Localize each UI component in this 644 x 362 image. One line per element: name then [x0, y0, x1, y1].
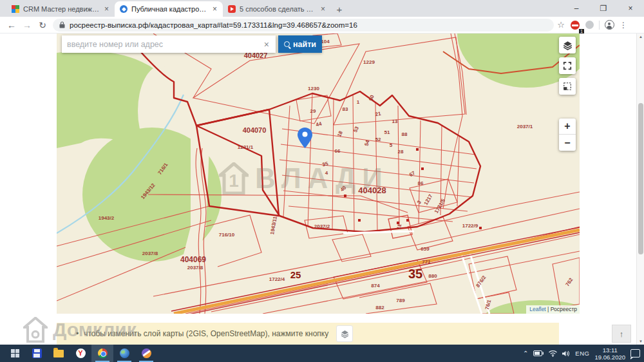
chrome-icon — [98, 348, 108, 358]
search-input[interactable] — [67, 40, 263, 49]
taskbar-chrome[interactable] — [91, 345, 113, 362]
new-tab-button[interactable]: + — [331, 1, 348, 17]
find-button[interactable]: найти — [278, 35, 322, 53]
scroll-up-arrow[interactable]: ▲ — [637, 33, 644, 40]
extension-icon[interactable] — [582, 18, 596, 32]
clock-time: 13:11 — [594, 347, 625, 354]
screen: CRM Мастер недвижимость × Публичная када… — [0, 0, 644, 362]
layers-icon — [563, 41, 573, 50]
folder-icon — [53, 350, 64, 357]
crm-favicon — [12, 5, 19, 13]
tab-title: CRM Мастер недвижимость — [23, 5, 100, 13]
globe-icon — [120, 348, 129, 358]
scrollbar-thumb[interactable] — [638, 103, 643, 254]
wifi-icon[interactable] — [549, 350, 557, 357]
browser-menu-icon[interactable]: ⋮ — [616, 18, 630, 32]
tab-title: Публичная кадастровая карта 2 — [131, 5, 208, 13]
cadastral-search-box: × — [62, 35, 276, 53]
forward-button[interactable]: → — [19, 18, 35, 32]
zoom-out-button[interactable]: − — [559, 135, 576, 151]
language-indicator[interactable]: ENG — [575, 350, 589, 357]
taskbar-planet-app[interactable] — [135, 345, 157, 362]
zoom-in-button[interactable]: + — [559, 119, 576, 135]
search-icon — [284, 41, 290, 47]
zoom-control: + − — [559, 119, 576, 151]
windows-logo-icon — [11, 349, 19, 357]
planet-app-icon — [142, 348, 151, 358]
map-favicon — [120, 5, 128, 13]
address-bar[interactable]: росреестр-выписка.рф/кадастровая_карта#l… — [53, 19, 554, 32]
cadastral-map[interactable]: 1 ВЛАДИ 40402740407040402840406910412291… — [57, 33, 580, 314]
tray-chevron-icon[interactable]: ⌃ — [523, 350, 528, 357]
scroll-to-top-button[interactable]: ↑ — [612, 325, 631, 343]
tab-cadastral-map[interactable]: Публичная кадастровая карта 2 × — [115, 1, 223, 17]
clock-date: 19.06.2020 — [594, 354, 625, 361]
video-favicon — [228, 5, 236, 13]
notice-text: чтобы изменить слой карты (2GIS, OpenStr… — [84, 329, 328, 338]
layers-control[interactable] — [559, 37, 576, 53]
tab-title: 5 способов сделать скриншот — [240, 5, 316, 13]
map-attribution: Leaflet | Росреестр — [526, 305, 580, 314]
clear-search-icon[interactable]: × — [263, 39, 270, 50]
floppy-app-icon — [32, 348, 42, 358]
fullscreen-icon — [563, 61, 572, 70]
start-button[interactable] — [4, 345, 26, 362]
select-area-control[interactable] — [559, 78, 576, 95]
bookmark-star-icon[interactable]: ☆ — [554, 18, 568, 32]
house-watermark-icon — [23, 317, 48, 343]
profile-avatar[interactable] — [602, 18, 616, 32]
notice-layers-button[interactable] — [336, 325, 353, 342]
scroll-down-arrow[interactable]: ▼ — [637, 338, 644, 345]
notice-bullet: • — [76, 329, 79, 338]
leaflet-link[interactable]: Leaflet — [529, 306, 546, 312]
fullscreen-control[interactable] — [559, 57, 576, 74]
yandex-icon: Y — [76, 348, 86, 358]
page-scrollbar[interactable]: ▲ ▼ — [636, 33, 644, 345]
page-content: 1 ВЛАДИ 40402740407040402840406910412291… — [0, 33, 644, 345]
layer-hint-notice: • чтобы изменить слой карты (2GIS, OpenS… — [57, 323, 559, 345]
restore-button[interactable]: ❐ — [590, 0, 617, 17]
find-button-label: найти — [293, 40, 316, 49]
reload-button[interactable]: ↻ — [35, 18, 50, 32]
adblock-extension-icon[interactable]: 1 — [568, 18, 582, 32]
location-pin — [298, 128, 312, 149]
browser-tab-strip: CRM Мастер недвижимость × Публичная када… — [0, 0, 644, 17]
taskbar-file-explorer[interactable] — [48, 345, 70, 362]
url-text: росреестр-выписка.рф/кадастровая_карта#l… — [70, 21, 357, 29]
tab-crm[interactable]: CRM Мастер недвижимость × — [6, 1, 115, 17]
tab-close-icon[interactable]: × — [104, 5, 109, 14]
taskbar-globe-app[interactable] — [113, 345, 135, 362]
close-button[interactable]: × — [617, 0, 644, 17]
windows-taskbar: Y ⌃ ENG 13:11 19.06.2020 — [0, 345, 644, 362]
tab-screenshot-video[interactable]: 5 способов сделать скриншот × — [223, 1, 331, 17]
taskbar-clock[interactable]: 13:11 19.06.2020 — [594, 347, 625, 361]
speaker-icon[interactable] — [562, 350, 570, 357]
window-controls: – ❐ × — [563, 0, 644, 17]
toolbar-divider — [599, 21, 600, 30]
system-tray: ⌃ ENG 13:11 19.06.2020 — [523, 347, 644, 361]
provider-label: Росреестр — [551, 306, 577, 312]
layers-icon — [341, 330, 349, 338]
select-area-icon — [563, 82, 572, 91]
taskbar-app-save[interactable] — [26, 345, 48, 362]
padlock-icon — [59, 21, 65, 28]
taskbar-yandex-browser[interactable]: Y — [70, 345, 91, 362]
back-button[interactable]: ← — [4, 18, 19, 32]
minimize-button[interactable]: – — [563, 0, 590, 17]
tab-close-icon[interactable]: × — [320, 5, 326, 14]
action-center-icon[interactable] — [630, 349, 640, 357]
map-canvas — [57, 33, 580, 314]
browser-toolbar: ← → ↻ росреестр-выписка.рф/кадастровая_к… — [0, 17, 644, 33]
tab-close-icon[interactable]: × — [212, 5, 218, 14]
battery-icon[interactable] — [533, 350, 544, 356]
